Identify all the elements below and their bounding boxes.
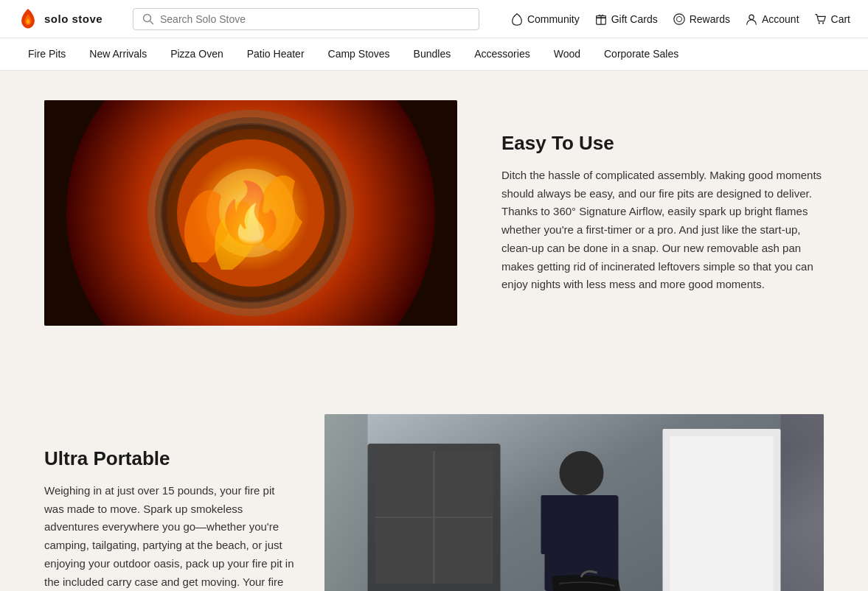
gift-icon — [594, 13, 608, 26]
ultra-portable-section: Ultra Portable Weighing in at just over … — [0, 370, 868, 591]
easy-to-use-section: Easy To Use Ditch the hassle of complica… — [0, 71, 868, 370]
easy-to-use-body: Ditch the hassle of complicated assembly… — [501, 167, 824, 294]
main-content: Easy To Use Ditch the hassle of complica… — [0, 71, 868, 591]
account-nav-item[interactable]: Account — [745, 13, 799, 26]
fire-image-svg — [44, 100, 457, 326]
nav-patio-heater[interactable]: Patio Heater — [237, 41, 315, 69]
svg-line-1 — [150, 21, 153, 24]
community-icon — [510, 13, 524, 26]
ultra-portable-body: Weighing in at just over 15 pounds, your… — [44, 482, 295, 591]
logo[interactable]: solo stove — [18, 9, 121, 29]
ultra-portable-text: Ultra Portable Weighing in at just over … — [44, 447, 324, 591]
easy-to-use-title: Easy To Use — [501, 132, 824, 155]
cart-nav-item[interactable]: Cart — [814, 13, 850, 26]
header-nav: Community Gift Cards Rewards — [510, 13, 850, 26]
account-label: Account — [762, 13, 799, 25]
svg-rect-23 — [670, 436, 774, 591]
logo-text: solo stove — [44, 13, 103, 25]
gift-cards-label: Gift Cards — [611, 13, 658, 25]
nav-bundles[interactable]: Bundles — [403, 41, 462, 69]
main-nav: Fire Pits New Arrivals Pizza Oven Patio … — [0, 38, 868, 71]
portable-image-area: solo stove — [324, 414, 824, 591]
header: solo stove Community Gift Cards — [0, 0, 868, 38]
search-icon — [142, 13, 154, 25]
community-label: Community — [527, 13, 580, 25]
cart-icon — [814, 13, 827, 26]
nav-camp-stoves[interactable]: Camp Stoves — [318, 41, 400, 69]
fire-pit-image — [44, 100, 457, 326]
community-nav-item[interactable]: Community — [510, 13, 580, 26]
svg-point-8 — [818, 22, 819, 24]
rewards-nav-item[interactable]: Rewards — [673, 13, 730, 26]
svg-point-7 — [749, 15, 754, 19]
svg-point-24 — [560, 451, 604, 495]
svg-point-14 — [206, 169, 295, 257]
nav-accessories[interactable]: Accessories — [464, 41, 540, 69]
svg-rect-26 — [541, 495, 556, 554]
search-bar[interactable] — [133, 8, 479, 30]
nav-pizza-oven[interactable]: Pizza Oven — [160, 41, 234, 69]
svg-point-5 — [674, 13, 684, 24]
easy-to-use-text: Easy To Use Ditch the hassle of complica… — [501, 132, 824, 294]
rewards-label: Rewards — [690, 13, 730, 25]
rewards-icon — [673, 13, 686, 26]
cart-label: Cart — [831, 13, 850, 25]
nav-fire-pits[interactable]: Fire Pits — [18, 41, 76, 69]
svg-point-6 — [676, 16, 681, 21]
svg-rect-27 — [593, 495, 608, 554]
fire-image-area — [44, 100, 457, 326]
logo-flame-icon — [18, 9, 38, 29]
search-input[interactable] — [160, 13, 470, 25]
portable-image: solo stove — [324, 414, 824, 591]
ultra-portable-title: Ultra Portable — [44, 447, 295, 470]
gift-cards-nav-item[interactable]: Gift Cards — [594, 13, 658, 26]
nav-wood[interactable]: Wood — [544, 41, 591, 69]
svg-point-9 — [822, 22, 824, 24]
nav-new-arrivals[interactable]: New Arrivals — [79, 41, 157, 69]
nav-corporate-sales[interactable]: Corporate Sales — [594, 41, 689, 69]
account-icon — [745, 13, 758, 26]
portable-image-svg: solo stove — [324, 414, 824, 591]
